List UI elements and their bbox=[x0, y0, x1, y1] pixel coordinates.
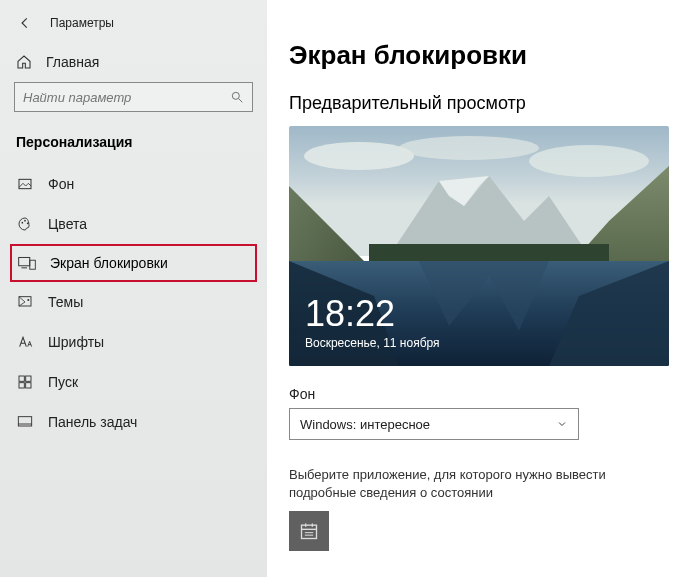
nav-label: Фон bbox=[48, 176, 74, 192]
lockscreen-icon bbox=[18, 255, 36, 271]
svg-rect-13 bbox=[19, 383, 24, 388]
svg-rect-11 bbox=[19, 376, 24, 381]
preview-overlay: 18:22 Воскресенье, 11 ноября bbox=[305, 296, 440, 350]
search-icon bbox=[230, 90, 244, 104]
lockscreen-preview: 18:22 Воскресенье, 11 ноября bbox=[289, 126, 669, 366]
svg-point-20 bbox=[529, 145, 649, 177]
section-label: Персонализация bbox=[0, 130, 267, 164]
svg-point-19 bbox=[399, 136, 539, 160]
nav-item-themes[interactable]: Темы bbox=[0, 282, 267, 322]
detailed-status-app-tile[interactable] bbox=[289, 511, 329, 551]
nav-label: Темы bbox=[48, 294, 83, 310]
background-value: Windows: интересное bbox=[300, 417, 430, 432]
nav-item-fonts[interactable]: Шрифты bbox=[0, 322, 267, 362]
search-box[interactable] bbox=[14, 82, 253, 112]
svg-rect-12 bbox=[26, 376, 31, 381]
taskbar-icon bbox=[16, 413, 34, 431]
preview-time: 18:22 bbox=[305, 296, 440, 332]
nav-item-lockscreen[interactable]: Экран блокировки bbox=[0, 244, 267, 282]
search-input[interactable] bbox=[23, 90, 230, 105]
nav-label: Шрифты bbox=[48, 334, 104, 350]
chevron-down-icon bbox=[556, 418, 568, 430]
svg-point-10 bbox=[27, 299, 29, 301]
svg-rect-15 bbox=[18, 417, 31, 426]
calendar-icon bbox=[299, 521, 319, 541]
start-icon bbox=[16, 373, 34, 391]
svg-point-5 bbox=[27, 222, 29, 224]
arrow-left-icon bbox=[18, 16, 32, 30]
picture-icon bbox=[16, 175, 34, 193]
main-content: Экран блокировки Предварительный просмот… bbox=[267, 0, 700, 577]
preview-date: Воскресенье, 11 ноября bbox=[305, 336, 440, 350]
svg-rect-6 bbox=[19, 257, 30, 265]
svg-point-4 bbox=[24, 220, 26, 222]
svg-rect-8 bbox=[30, 260, 36, 269]
nav-item-taskbar[interactable]: Панель задач bbox=[0, 402, 267, 442]
window-title: Параметры bbox=[50, 16, 114, 30]
settings-sidebar: Параметры Главная Персонализация bbox=[0, 0, 267, 577]
background-combo[interactable]: Windows: интересное bbox=[289, 408, 579, 440]
home-icon bbox=[16, 54, 32, 70]
svg-line-1 bbox=[239, 99, 243, 103]
home-label: Главная bbox=[46, 54, 99, 70]
nav-label: Экран блокировки bbox=[50, 255, 168, 271]
preview-heading: Предварительный просмотр bbox=[289, 93, 680, 114]
app-status-description: Выберите приложение, для которого нужно … bbox=[289, 466, 669, 501]
nav-label: Панель задач bbox=[48, 414, 137, 430]
nav-item-colors[interactable]: Цвета bbox=[0, 204, 267, 244]
palette-icon bbox=[16, 215, 34, 233]
nav-item-start[interactable]: Пуск bbox=[0, 362, 267, 402]
search-container bbox=[0, 82, 267, 130]
fonts-icon bbox=[16, 333, 34, 351]
svg-point-3 bbox=[21, 222, 23, 224]
titlebar: Параметры bbox=[0, 8, 267, 44]
home-link[interactable]: Главная bbox=[0, 44, 267, 82]
background-label: Фон bbox=[289, 386, 680, 402]
svg-point-0 bbox=[232, 92, 239, 99]
svg-rect-23 bbox=[302, 525, 317, 538]
svg-rect-14 bbox=[26, 383, 31, 388]
back-button[interactable] bbox=[16, 14, 34, 32]
nav-label: Пуск bbox=[48, 374, 78, 390]
themes-icon bbox=[16, 293, 34, 311]
page-title: Экран блокировки bbox=[289, 40, 680, 71]
nav-label: Цвета bbox=[48, 216, 87, 232]
svg-point-18 bbox=[304, 142, 414, 170]
nav-list: Фон Цвета bbox=[0, 164, 267, 442]
nav-item-background[interactable]: Фон bbox=[0, 164, 267, 204]
